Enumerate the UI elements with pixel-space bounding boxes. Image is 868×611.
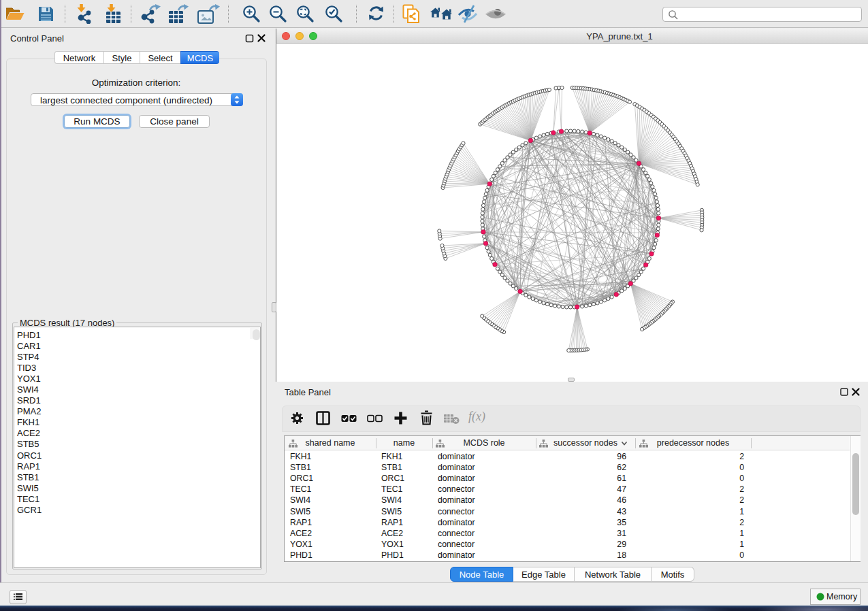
svg-text:Memory: Memory <box>826 592 858 601</box>
